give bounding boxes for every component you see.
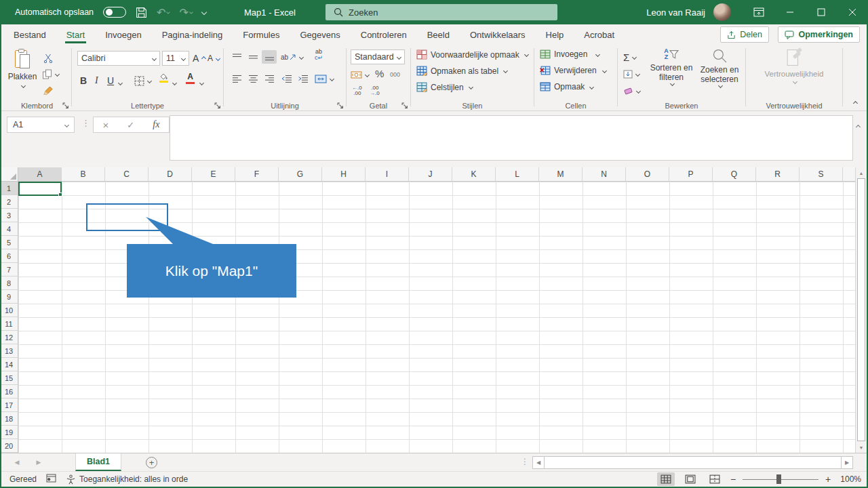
- formula-bar-input[interactable]: [170, 115, 853, 161]
- avatar[interactable]: [713, 3, 731, 21]
- accessibility-status[interactable]: Toegankelijkheid: alles in orde: [66, 474, 188, 485]
- tab-bestand[interactable]: Bestand: [12, 25, 47, 45]
- tab-formules[interactable]: Formules: [241, 25, 281, 45]
- row-header-10[interactable]: 10: [0, 304, 18, 317]
- row-header-8[interactable]: 8: [0, 277, 18, 290]
- decrease-indent-button[interactable]: [279, 72, 294, 85]
- fill-handle[interactable]: [58, 192, 62, 197]
- percent-style-button[interactable]: %: [375, 66, 384, 80]
- column-header-n[interactable]: N: [583, 167, 626, 181]
- row-header-16[interactable]: 16: [0, 385, 18, 399]
- row-header-7[interactable]: 7: [0, 263, 18, 277]
- font-size-select[interactable]: 11: [162, 51, 189, 66]
- expand-formula-bar-chevron[interactable]: [854, 121, 860, 130]
- row-header-11[interactable]: 11: [0, 317, 18, 331]
- clear-button[interactable]: [623, 84, 640, 98]
- format-cells-button[interactable]: Opmaak: [540, 82, 593, 92]
- row-header-17[interactable]: 17: [0, 399, 18, 412]
- save-icon[interactable]: [136, 7, 147, 18]
- sheet-tab-blad1[interactable]: Blad1: [75, 453, 121, 471]
- zoom-slider[interactable]: [743, 479, 818, 480]
- comments-button[interactable]: Opmerkingen: [778, 26, 860, 43]
- fill-color-button[interactable]: [159, 73, 168, 86]
- underline-options-chevron[interactable]: [117, 76, 122, 89]
- column-header-o[interactable]: O: [626, 167, 669, 181]
- copy-button[interactable]: [42, 67, 59, 81]
- fill-color-chevron[interactable]: [171, 76, 176, 89]
- collapse-ribbon-chevron[interactable]: [852, 97, 857, 106]
- page-layout-view-button[interactable]: [682, 472, 699, 486]
- row-header-20[interactable]: 20: [0, 439, 18, 453]
- tab-pagina-indeling[interactable]: Pagina-indeling: [161, 25, 224, 45]
- redo-button[interactable]: ↷: [179, 6, 192, 19]
- tab-ontwikkelaars[interactable]: Ontwikkelaars: [469, 25, 527, 45]
- row-header-6[interactable]: 6: [0, 249, 18, 263]
- font-dialog-launcher-icon[interactable]: [214, 102, 221, 108]
- conditional-formatting-button[interactable]: Voorwaardelijke opmaak: [416, 49, 528, 60]
- column-header-h[interactable]: H: [322, 167, 366, 181]
- customize-qat-chevron[interactable]: [202, 10, 206, 14]
- column-header-l[interactable]: L: [496, 167, 539, 181]
- row-header-19[interactable]: 19: [0, 426, 18, 439]
- clipboard-dialog-launcher-icon[interactable]: [62, 102, 69, 108]
- search-box[interactable]: Zoeken: [326, 4, 557, 20]
- selected-cell-a1[interactable]: [18, 182, 62, 196]
- column-header-q[interactable]: Q: [713, 167, 756, 181]
- zoom-slider-handle[interactable]: [776, 474, 781, 484]
- cells-area[interactable]: Klik op "Map1": [18, 182, 855, 453]
- normal-view-button[interactable]: [657, 472, 675, 486]
- shrink-font-button[interactable]: A: [208, 52, 220, 65]
- sheet-nav-right-arrow[interactable]: ▶: [33, 459, 45, 466]
- column-header-b[interactable]: B: [62, 167, 105, 181]
- sensitivity-button[interactable]: Vertrouwelijkheid: [760, 47, 829, 83]
- tab-help[interactable]: Help: [545, 25, 566, 45]
- grow-font-button[interactable]: A: [193, 52, 205, 65]
- row-header-2[interactable]: 2: [0, 195, 18, 209]
- format-painter-button[interactable]: [43, 83, 54, 97]
- row-header-3[interactable]: 3: [0, 209, 18, 222]
- tabbar-splitter-dots[interactable]: ⋮: [521, 457, 529, 466]
- name-box-splitter[interactable]: ⋮: [81, 118, 90, 128]
- column-header-p[interactable]: P: [669, 167, 713, 181]
- tab-start[interactable]: Start: [65, 25, 86, 45]
- vertical-scroll-thumb[interactable]: [857, 178, 865, 441]
- insert-cells-button[interactable]: Invoegen: [540, 49, 599, 59]
- font-color-button[interactable]: A: [186, 72, 195, 85]
- number-format-select[interactable]: Standaard: [351, 49, 405, 64]
- scroll-left-arrow[interactable]: ◀: [532, 456, 545, 469]
- row-header-18[interactable]: 18: [0, 412, 18, 426]
- align-bottom-button[interactable]: [262, 50, 277, 64]
- find-select-button[interactable]: Zoeken en selecteren: [696, 48, 743, 87]
- horizontal-scrollbar[interactable]: ◀ ▶: [532, 456, 856, 469]
- italic-button[interactable]: I: [95, 74, 98, 87]
- column-header-s[interactable]: S: [800, 167, 843, 181]
- column-header-d[interactable]: D: [149, 167, 192, 181]
- insert-function-icon[interactable]: fx: [153, 119, 159, 130]
- accounting-format-button[interactable]: [351, 68, 369, 81]
- column-header-j[interactable]: J: [409, 167, 452, 181]
- share-button[interactable]: Delen: [720, 26, 769, 43]
- align-center-button[interactable]: [245, 72, 260, 85]
- number-dialog-launcher-icon[interactable]: [401, 102, 408, 108]
- name-box[interactable]: A1: [7, 117, 75, 133]
- row-header-4[interactable]: 4: [0, 222, 18, 236]
- orientation-button[interactable]: ab: [281, 50, 303, 64]
- column-header-r[interactable]: R: [756, 167, 800, 181]
- paste-button[interactable]: Plakken: [7, 48, 38, 87]
- increase-decimal-button[interactable]: ←.0 .00: [352, 84, 362, 98]
- maximize-button[interactable]: [806, 0, 837, 24]
- wrap-text-button[interactable]: ab c↵: [315, 49, 323, 62]
- ribbon-display-options-icon[interactable]: [743, 0, 774, 24]
- increase-indent-button[interactable]: [296, 72, 311, 85]
- column-header-g[interactable]: G: [279, 167, 322, 181]
- row-header-1[interactable]: 1: [0, 182, 18, 195]
- row-header-5[interactable]: 5: [0, 236, 18, 249]
- select-all-corner[interactable]: [0, 167, 18, 182]
- row-header-13[interactable]: 13: [0, 344, 18, 358]
- tab-controleren[interactable]: Controleren: [359, 25, 408, 45]
- align-left-button[interactable]: [229, 72, 244, 85]
- bold-button[interactable]: B: [80, 74, 87, 87]
- horizontal-scroll-thumb[interactable]: [545, 456, 841, 469]
- vertical-scrollbar[interactable]: ▲ ▼: [855, 167, 867, 453]
- column-header-e[interactable]: E: [192, 167, 235, 181]
